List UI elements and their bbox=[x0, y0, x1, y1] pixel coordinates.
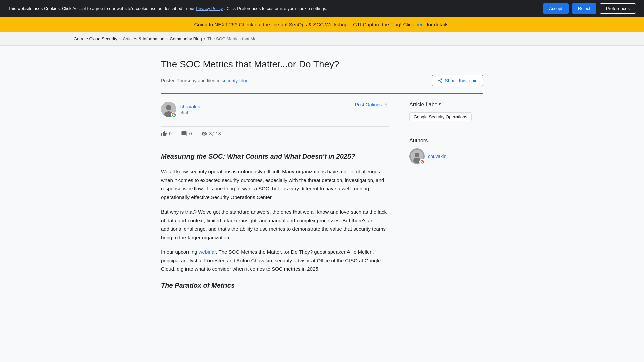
author-row: chuvakin Staff Post Options bbox=[161, 102, 389, 117]
article-title: The SOC Metrics that Matter...or Do They… bbox=[161, 59, 483, 70]
labels-title: Article Labels bbox=[409, 102, 483, 108]
svg-point-4 bbox=[415, 153, 419, 157]
svg-point-1 bbox=[166, 105, 171, 110]
meta-link[interactable]: security-blog bbox=[222, 78, 248, 83]
share-button[interactable]: Share this topic bbox=[432, 75, 483, 86]
post-options-label: Post Options bbox=[355, 102, 382, 107]
cookie-message: This website uses Cookies. Click Accept … bbox=[8, 6, 195, 11]
cookie-message-2: . Click Preferences to customize your co… bbox=[224, 6, 327, 11]
article-paragraph-2: But why is that? We've got the standard … bbox=[161, 207, 389, 242]
breadcrumb: Google Cloud Security › Articles & Infor… bbox=[0, 32, 644, 46]
promo-text-3: for details. bbox=[427, 22, 450, 27]
article-main: chuvakin Staff Post Options 0 bbox=[161, 102, 389, 296]
sidebar-author-name[interactable]: chuvakin bbox=[428, 154, 446, 159]
author-name[interactable]: chuvakin bbox=[180, 104, 200, 109]
author-info: chuvakin Staff bbox=[161, 102, 200, 117]
likes-count: 0 bbox=[161, 131, 172, 137]
cookie-text: This website uses Cookies. Click Accept … bbox=[8, 6, 536, 11]
views-icon bbox=[201, 131, 207, 137]
breadcrumb-sep-3: › bbox=[204, 36, 205, 41]
cookie-banner: This website uses Cookies. Click Accept … bbox=[0, 0, 644, 17]
p3-mid: , The SOC Metrics the Matter...or Do The… bbox=[216, 249, 313, 255]
google-badge bbox=[171, 112, 177, 118]
authors-section: Authors bbox=[409, 138, 483, 164]
comment-icon bbox=[181, 131, 187, 137]
promo-banner: Going to NEXT 25? Check out the line up!… bbox=[0, 17, 644, 32]
label-tag[interactable]: Google Security Operations bbox=[409, 112, 472, 121]
author-role: Staff bbox=[180, 110, 200, 115]
cookie-buttons: Accept Reject Preferences bbox=[543, 3, 636, 14]
article-body: Measuring the SOC: What Counts and What … bbox=[161, 150, 389, 291]
reject-button[interactable]: Reject bbox=[572, 3, 596, 14]
sidebar-divider bbox=[409, 131, 483, 131]
article-paragraph-1: We all know security operations is notor… bbox=[161, 167, 389, 201]
preferences-button[interactable]: Preferences bbox=[600, 3, 636, 14]
article-divider bbox=[161, 93, 483, 94]
breadcrumb-level2[interactable]: Community Blog bbox=[170, 36, 202, 41]
authors-title: Authors bbox=[409, 138, 483, 144]
article-paragraph-3: In our upcoming webinar, The SOC Metrics… bbox=[161, 248, 389, 274]
content-layout: chuvakin Staff Post Options 0 bbox=[161, 102, 483, 296]
promo-link[interactable]: here bbox=[415, 22, 425, 27]
options-icon bbox=[383, 102, 389, 108]
share-label: Share this topic bbox=[445, 78, 478, 83]
views-value: 3,218 bbox=[209, 131, 221, 136]
promo-text: Going to NEXT 25? Check out the line up!… bbox=[194, 22, 414, 27]
comments-count: 0 bbox=[181, 131, 192, 137]
meta-text: Posted Thursday and filed in bbox=[161, 78, 220, 83]
breadcrumb-home[interactable]: Google Cloud Security bbox=[74, 36, 117, 41]
article-meta-row: Posted Thursday and filed in security-bl… bbox=[161, 75, 483, 86]
breadcrumb-sep-2: › bbox=[166, 36, 168, 41]
likes-value: 0 bbox=[169, 131, 172, 136]
sidebar-google-badge bbox=[419, 159, 425, 165]
sidebar-author: chuvakin bbox=[409, 148, 483, 164]
article-meta: Posted Thursday and filed in security-bl… bbox=[161, 78, 248, 83]
webinar-link[interactable]: webinar bbox=[199, 249, 216, 255]
avatar-wrapper bbox=[161, 102, 176, 117]
engagement-row: 0 0 3,218 bbox=[161, 126, 389, 141]
google-icon bbox=[172, 112, 176, 117]
author-details: chuvakin Staff bbox=[180, 104, 200, 115]
breadcrumb-level1[interactable]: Articles & Information bbox=[123, 36, 164, 41]
sidebar-avatar-wrapper bbox=[409, 148, 425, 164]
views-count: 3,218 bbox=[201, 131, 221, 137]
p3-pre: In our upcoming bbox=[161, 249, 197, 255]
post-options-button[interactable]: Post Options bbox=[355, 102, 389, 108]
like-icon bbox=[161, 131, 167, 137]
breadcrumb-sep-1: › bbox=[119, 36, 121, 41]
comments-value: 0 bbox=[189, 131, 192, 136]
article-sidebar: Article Labels Google Security Operation… bbox=[409, 102, 483, 173]
privacy-policy-link[interactable]: Privacy Policy bbox=[196, 6, 223, 11]
main-wrapper: The SOC Metrics that Matter...or Do They… bbox=[121, 46, 523, 310]
labels-section: Article Labels Google Security Operation… bbox=[409, 102, 483, 121]
share-icon bbox=[438, 78, 443, 83]
paradox-heading: The Paradox of Metrics bbox=[161, 280, 389, 291]
article-body-heading: Measuring the SOC: What Counts and What … bbox=[161, 150, 389, 162]
breadcrumb-current: The SOC Metrics that Ma... bbox=[207, 36, 260, 41]
article-header: The SOC Metrics that Matter...or Do They… bbox=[161, 59, 483, 94]
accept-button[interactable]: Accept bbox=[543, 3, 569, 14]
sidebar-google-icon bbox=[420, 160, 424, 164]
